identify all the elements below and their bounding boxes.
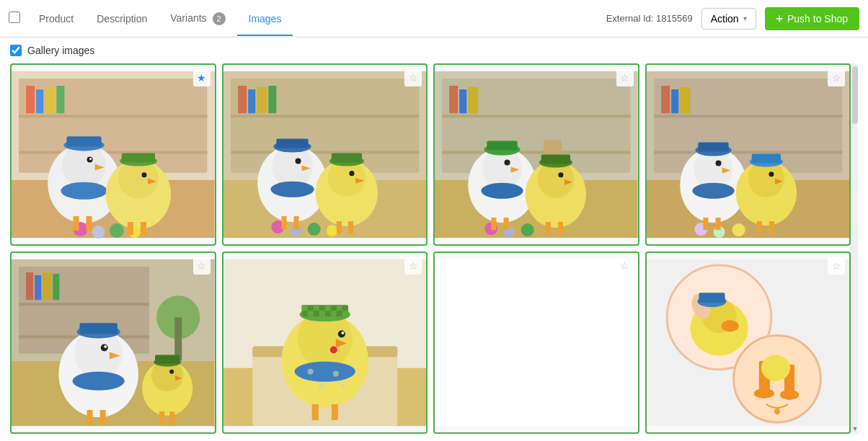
svg-rect-35 <box>231 115 419 117</box>
svg-point-197 <box>761 355 789 381</box>
star-icon-8[interactable]: ☆ <box>828 257 845 275</box>
image-cell-1[interactable]: ★ <box>10 63 216 246</box>
svg-point-47 <box>295 159 301 164</box>
svg-rect-97 <box>654 151 842 153</box>
svg-rect-68 <box>449 86 458 113</box>
image-6-svg: GO <box>223 253 427 432</box>
svg-rect-66 <box>442 115 630 117</box>
svg-rect-36 <box>231 151 419 153</box>
svg-point-79 <box>481 183 523 199</box>
select-all-checkbox[interactable] <box>9 12 20 23</box>
svg-point-108 <box>692 183 734 199</box>
svg-rect-119 <box>715 218 720 230</box>
svg-point-54 <box>349 171 354 176</box>
image-cell-3[interactable]: ☆ <box>433 63 639 246</box>
svg-rect-131 <box>53 274 59 300</box>
svg-point-175 <box>318 383 324 389</box>
svg-rect-165 <box>324 305 330 311</box>
star-icon-5[interactable]: ☆ <box>193 257 211 275</box>
svg-rect-38 <box>248 89 255 113</box>
star-icon-7[interactable]: ☆ <box>616 257 634 275</box>
image-cell-4[interactable]: ☆ <box>645 63 851 246</box>
push-label: Push to Shop <box>787 13 848 24</box>
svg-point-172 <box>337 330 345 337</box>
select-all-checkbox-wrap[interactable] <box>9 12 20 25</box>
svg-rect-128 <box>26 272 33 300</box>
action-button[interactable]: Action ▾ <box>701 8 756 30</box>
svg-point-139 <box>101 344 108 352</box>
svg-point-140 <box>104 345 107 348</box>
svg-rect-133 <box>174 317 182 360</box>
svg-rect-162 <box>307 311 313 316</box>
image-cell-6[interactable]: ☆ GO <box>222 251 428 434</box>
image-cell-5[interactable]: ☆ <box>10 251 216 434</box>
svg-rect-98 <box>661 86 670 113</box>
svg-point-17 <box>61 182 107 200</box>
svg-rect-180 <box>435 259 638 426</box>
svg-rect-130 <box>43 272 51 300</box>
scroll-down-arrow[interactable]: ▼ <box>851 424 858 434</box>
svg-rect-7 <box>36 89 43 113</box>
star-icon-3[interactable]: ☆ <box>616 69 634 86</box>
svg-point-88 <box>521 223 534 236</box>
svg-rect-149 <box>100 410 106 424</box>
svg-rect-145 <box>155 355 180 364</box>
svg-rect-129 <box>35 275 41 300</box>
svg-point-169 <box>294 362 355 382</box>
star-icon-6[interactable]: ☆ <box>404 257 422 275</box>
svg-point-57 <box>307 223 320 236</box>
chevron-down-icon: ▾ <box>743 14 747 22</box>
svg-point-48 <box>270 182 314 197</box>
svg-point-186 <box>721 320 738 331</box>
svg-point-16 <box>89 158 92 160</box>
gallery-label: Gallery images <box>27 45 94 56</box>
svg-point-107 <box>715 161 721 166</box>
scrollbar-thumb[interactable] <box>852 66 858 124</box>
svg-rect-166 <box>330 311 336 316</box>
svg-rect-178 <box>311 404 318 420</box>
svg-rect-70 <box>468 87 478 113</box>
svg-rect-8 <box>45 87 55 113</box>
svg-rect-40 <box>268 86 276 113</box>
gallery-checkbox[interactable] <box>10 45 22 56</box>
svg-rect-137 <box>80 323 118 334</box>
tab-variants[interactable]: Variants 2 <box>159 2 236 37</box>
svg-point-23 <box>141 172 146 177</box>
star-icon-2[interactable]: ☆ <box>404 69 422 86</box>
svg-rect-100 <box>680 87 690 113</box>
tab-description[interactable]: Description <box>85 3 159 36</box>
image-cell-8[interactable]: ☆ <box>645 251 851 434</box>
header-right: External Id: 1815569 Action ▾ + Push to … <box>606 7 859 30</box>
svg-point-176 <box>332 371 338 377</box>
image-8-svg <box>647 253 850 432</box>
svg-rect-118 <box>703 218 708 230</box>
action-label: Action <box>711 13 739 24</box>
svg-rect-151 <box>169 411 174 424</box>
tab-bar: Product Description Variants 2 Images Ex… <box>0 0 868 37</box>
image-1-svg <box>12 65 215 244</box>
image-cell-7[interactable]: ☆ <box>433 251 639 434</box>
plus-icon: + <box>776 12 783 25</box>
gallery-grid: ★ <box>10 63 851 434</box>
svg-rect-96 <box>654 115 842 117</box>
svg-point-195 <box>779 390 798 400</box>
svg-rect-28 <box>73 216 79 231</box>
svg-rect-105 <box>698 142 728 151</box>
star-icon-1[interactable]: ★ <box>193 69 211 86</box>
svg-rect-37 <box>238 86 247 113</box>
image-cell-2[interactable]: ☆ <box>222 63 428 246</box>
svg-rect-161 <box>301 305 307 311</box>
svg-rect-60 <box>293 216 298 229</box>
svg-point-26 <box>110 223 124 238</box>
svg-rect-91 <box>546 222 551 234</box>
svg-rect-179 <box>331 404 337 420</box>
tab-product[interactable]: Product <box>27 3 85 36</box>
push-to-shop-button[interactable]: + Push to Shop <box>765 7 859 30</box>
gallery-header: Gallery images <box>10 45 858 56</box>
star-icon-4[interactable]: ☆ <box>828 69 845 86</box>
svg-rect-39 <box>257 87 267 113</box>
image-3-svg <box>435 65 638 244</box>
svg-point-58 <box>326 225 337 236</box>
tab-images[interactable]: Images <box>237 3 293 36</box>
svg-point-78 <box>505 160 510 166</box>
